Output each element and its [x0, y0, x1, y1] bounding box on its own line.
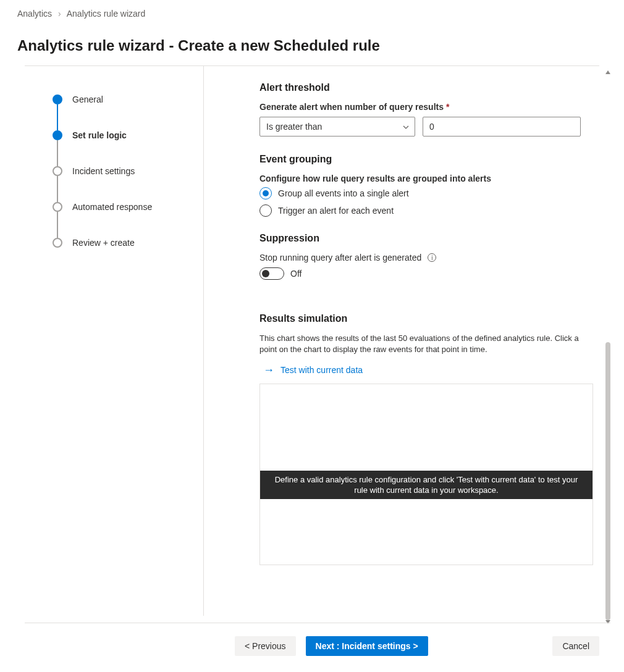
content-panel: Alert threshold Generate alert when numb…	[204, 66, 624, 616]
step-dot-icon	[53, 94, 62, 104]
step-connector	[57, 176, 58, 202]
threshold-operator-select[interactable]: Is greater than	[259, 117, 415, 136]
page-title: Analytics rule wizard - Create a new Sch…	[0, 22, 624, 65]
radio-icon	[259, 204, 272, 217]
radio-icon	[259, 187, 272, 200]
arrow-right-icon: →	[263, 366, 274, 374]
link-label: Test with current data	[280, 365, 363, 375]
alert-threshold-heading: Alert threshold	[259, 82, 593, 93]
results-simulation-desc: This chart shows the results of the last…	[259, 333, 593, 355]
divider	[25, 623, 610, 623]
step-dot-icon	[53, 130, 62, 140]
step-connector	[57, 140, 58, 166]
scrollbar[interactable]	[605, 70, 610, 620]
step-automated-response[interactable]: Automated response	[25, 202, 203, 212]
step-label: General	[72, 94, 103, 104]
simulation-overlay-message: Define a valid analytics rule configurat…	[260, 471, 592, 499]
step-general[interactable]: General	[25, 94, 203, 104]
step-review-create[interactable]: Review + create	[25, 238, 203, 248]
suppression-toggle[interactable]	[259, 267, 284, 280]
breadcrumb-root[interactable]: Analytics	[17, 9, 52, 19]
step-label: Set rule logic	[72, 130, 127, 140]
required-indicator: *	[446, 102, 449, 112]
footer: < Previous Next : Incident settings > Ca…	[0, 636, 624, 656]
next-button[interactable]: Next : Incident settings >	[306, 636, 428, 656]
step-incident-settings[interactable]: Incident settings	[25, 166, 203, 176]
step-label: Incident settings	[72, 166, 135, 176]
results-simulation-heading: Results simulation	[259, 313, 593, 324]
step-dot-icon	[53, 202, 62, 212]
step-dot-icon	[53, 238, 62, 248]
radio-label: Group all events into a single alert	[278, 188, 409, 198]
scroll-up-icon[interactable]	[605, 70, 610, 74]
step-connector	[57, 104, 58, 130]
cancel-button[interactable]: Cancel	[552, 636, 599, 656]
chevron-down-icon	[402, 124, 408, 130]
breadcrumb: Analytics › Analytics rule wizard	[0, 0, 624, 22]
scroll-thumb[interactable]	[605, 342, 610, 620]
suppression-label: Stop running query after alert is genera…	[259, 253, 421, 262]
simulation-chart-placeholder: Define a valid analytics rule configurat…	[259, 384, 593, 565]
alert-threshold-label: Generate alert when number of query resu…	[259, 102, 593, 112]
scroll-down-icon[interactable]	[605, 620, 610, 624]
threshold-value-input[interactable]: 0	[423, 117, 581, 136]
step-dot-icon	[53, 166, 62, 176]
radio-trigger-each-event[interactable]: Trigger an alert for each event	[259, 204, 593, 217]
step-set-rule-logic[interactable]: Set rule logic	[25, 130, 203, 140]
event-grouping-heading: Event grouping	[259, 154, 593, 165]
radio-group-single-alert[interactable]: Group all events into a single alert	[259, 187, 593, 200]
select-value: Is greater than	[266, 122, 322, 132]
step-label: Automated response	[72, 202, 152, 212]
previous-button[interactable]: < Previous	[235, 636, 296, 656]
suppression-heading: Suppression	[259, 233, 593, 244]
toggle-state-label: Off	[290, 269, 301, 279]
test-with-current-data-link[interactable]: → Test with current data	[259, 363, 363, 384]
stepper: General Set rule logic Incident settings…	[25, 66, 204, 616]
toggle-knob-icon	[262, 270, 269, 277]
breadcrumb-current: Analytics rule wizard	[67, 9, 146, 19]
chevron-right-icon: ›	[58, 9, 61, 19]
event-grouping-label: Configure how rule query results are gro…	[259, 174, 593, 183]
input-value: 0	[429, 122, 434, 132]
step-label: Review + create	[72, 238, 135, 248]
info-icon[interactable]: i	[428, 253, 436, 262]
step-connector	[57, 212, 58, 238]
radio-label: Trigger an alert for each event	[278, 206, 394, 216]
